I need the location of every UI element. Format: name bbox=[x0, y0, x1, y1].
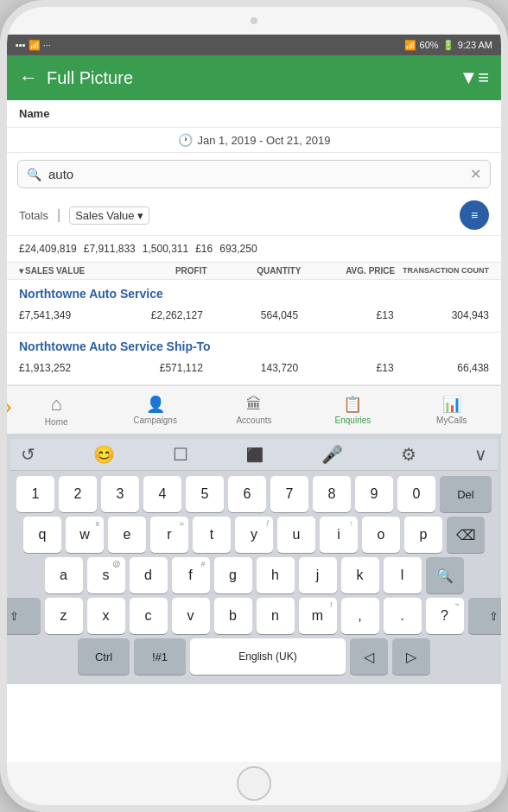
app-header: ← Full Picture ▼≡ bbox=[7, 55, 501, 100]
key-4[interactable]: 4 bbox=[143, 476, 181, 512]
key-l[interactable]: l bbox=[384, 557, 422, 593]
key-ctrl[interactable]: Ctrl bbox=[78, 638, 130, 675]
battery-icon: 🔋 bbox=[442, 40, 454, 51]
key-v[interactable]: v bbox=[172, 598, 210, 634]
home-button[interactable] bbox=[237, 766, 271, 801]
key-space[interactable]: English (UK) bbox=[190, 638, 346, 675]
col-header-sales[interactable]: ▾ SALES VALUE bbox=[19, 266, 113, 276]
key-w[interactable]: wx bbox=[66, 517, 104, 553]
key-m[interactable]: m! bbox=[299, 598, 337, 634]
nav-campaigns-label: Campaigns bbox=[133, 416, 177, 425]
kb-grid-icon[interactable]: ⬛ bbox=[246, 447, 264, 463]
filter-button[interactable]: ▼≡ bbox=[459, 67, 489, 89]
nav-campaigns[interactable]: 👤 Campaigns bbox=[105, 386, 204, 434]
key-z[interactable]: z bbox=[45, 598, 83, 634]
content-area: Name 🕐 Jan 1, 2019 - Oct 21, 2019 🔍 ✕ To… bbox=[7, 100, 501, 762]
key-s[interactable]: s@ bbox=[87, 557, 125, 593]
menu-button[interactable]: ≡ bbox=[460, 200, 489, 230]
key-d[interactable]: d bbox=[130, 557, 168, 593]
data-val-1-3: 564,045 bbox=[210, 309, 298, 321]
key-special[interactable]: !#1 bbox=[134, 638, 186, 675]
key-f[interactable]: f# bbox=[172, 557, 210, 593]
key-5[interactable]: 5 bbox=[186, 476, 224, 512]
data-val-2-5: 66,438 bbox=[401, 362, 489, 374]
clear-search-button[interactable]: ✕ bbox=[470, 166, 481, 182]
back-button[interactable]: ← bbox=[19, 67, 38, 89]
sales-value-label: Sales Value bbox=[75, 209, 134, 222]
side-arrow[interactable]: › bbox=[3, 391, 12, 421]
sales-value-dropdown[interactable]: Sales Value ▾ bbox=[69, 206, 149, 225]
screen: ▪▪▪ 📶 ··· 📶 60% 🔋 9:23 AM ← Full Picture… bbox=[7, 35, 501, 762]
key-u[interactable]: u bbox=[277, 517, 315, 553]
key-del[interactable]: Del bbox=[440, 476, 492, 512]
nav-accounts[interactable]: 🏛 Accounts bbox=[205, 386, 303, 434]
data-val-1-1: £7,541,349 bbox=[19, 309, 107, 321]
key-7[interactable]: 7 bbox=[270, 476, 308, 512]
key-arrow-left[interactable]: ◁ bbox=[350, 638, 388, 675]
kb-settings-icon[interactable]: ⚙ bbox=[401, 444, 416, 465]
key-n[interactable]: n bbox=[257, 598, 295, 634]
search-input[interactable] bbox=[48, 167, 470, 181]
nav-home-label: Home bbox=[45, 417, 68, 427]
section-title-1[interactable]: Northtowne Auto Service bbox=[19, 287, 489, 301]
key-search[interactable]: 🔍 bbox=[426, 557, 464, 593]
nav-mycalls[interactable]: 📊 MyCalls bbox=[403, 386, 501, 434]
summary-val-4: £16 bbox=[195, 243, 213, 255]
key-t[interactable]: t bbox=[193, 517, 231, 553]
kb-emoji-icon[interactable]: 😊 bbox=[93, 444, 115, 465]
key-9[interactable]: 9 bbox=[355, 476, 393, 512]
key-a[interactable]: a bbox=[45, 557, 83, 593]
key-3[interactable]: 3 bbox=[101, 476, 139, 512]
device-bottom bbox=[7, 762, 501, 805]
key-p[interactable]: p bbox=[404, 517, 442, 553]
key-i[interactable]: i↑ bbox=[320, 517, 358, 553]
summary-val-3: 1,500,311 bbox=[143, 243, 188, 255]
key-question[interactable]: ?~ bbox=[426, 598, 464, 634]
key-shift-left[interactable]: ⇧ bbox=[7, 598, 41, 634]
key-arrow-right[interactable]: ▷ bbox=[392, 638, 430, 675]
key-period[interactable]: . bbox=[384, 598, 422, 634]
accounts-icon: 🏛 bbox=[246, 396, 262, 414]
summary-val-5: 693,250 bbox=[219, 243, 257, 255]
nav-enquiries[interactable]: 📋 Enquiries bbox=[303, 386, 402, 434]
key-c[interactable]: c bbox=[130, 598, 168, 634]
key-k[interactable]: k bbox=[341, 557, 379, 593]
key-q[interactable]: q bbox=[23, 517, 61, 553]
status-left: ▪▪▪ 📶 ··· bbox=[16, 40, 51, 51]
key-6[interactable]: 6 bbox=[228, 476, 266, 512]
key-e[interactable]: e bbox=[108, 517, 146, 553]
key-y[interactable]: y/ bbox=[235, 517, 273, 553]
key-o[interactable]: o bbox=[362, 517, 400, 553]
key-g[interactable]: g bbox=[214, 557, 252, 593]
battery-value: 60% bbox=[420, 40, 439, 50]
search-icon: 🔍 bbox=[27, 168, 41, 181]
key-backspace[interactable]: ⌫ bbox=[447, 517, 485, 553]
key-h[interactable]: h bbox=[257, 557, 295, 593]
key-0[interactable]: 0 bbox=[397, 476, 435, 512]
nav-home[interactable]: ⌂ Home bbox=[7, 386, 105, 434]
kb-collapse-icon[interactable]: ∨ bbox=[474, 444, 487, 465]
data-val-2-3: 143,720 bbox=[210, 362, 298, 374]
key-shift-right[interactable]: ⇧ bbox=[468, 598, 502, 634]
key-1[interactable]: 1 bbox=[16, 476, 54, 512]
status-right: 📶 60% 🔋 9:23 AM bbox=[404, 40, 492, 51]
nav-enquiries-label: Enquiries bbox=[335, 416, 371, 425]
key-r[interactable]: r= bbox=[150, 517, 188, 553]
totals-label: Totals bbox=[19, 209, 48, 222]
kb-refresh-icon[interactable]: ↺ bbox=[21, 444, 35, 465]
keyboard-number-row: 1 2 3 4 5 6 7 8 9 0 Del bbox=[10, 476, 498, 512]
kb-mic-icon[interactable]: 🎤 bbox=[321, 444, 343, 465]
key-x[interactable]: x bbox=[87, 598, 125, 634]
device-frame: › ▪▪▪ 📶 ··· 📶 60% 🔋 9:23 AM ← Full Pictu… bbox=[0, 0, 508, 812]
key-2[interactable]: 2 bbox=[59, 476, 97, 512]
key-j[interactable]: j bbox=[299, 557, 337, 593]
data-row-2: £1,913,252 £571,112 143,720 £13 66,438 bbox=[19, 358, 489, 377]
kb-clipboard-icon[interactable]: ☐ bbox=[173, 444, 188, 465]
key-comma[interactable]: , bbox=[341, 598, 379, 634]
key-b[interactable]: b bbox=[214, 598, 252, 634]
col-header-profit: PROFIT bbox=[113, 266, 207, 276]
section-title-2[interactable]: Northtowne Auto Service Ship-To bbox=[19, 339, 489, 353]
data-val-2-2: £571,112 bbox=[114, 362, 202, 374]
column-headers: ▾ SALES VALUE PROFIT QUANTITY AVG. PRICE… bbox=[7, 263, 501, 280]
key-8[interactable]: 8 bbox=[313, 476, 351, 512]
